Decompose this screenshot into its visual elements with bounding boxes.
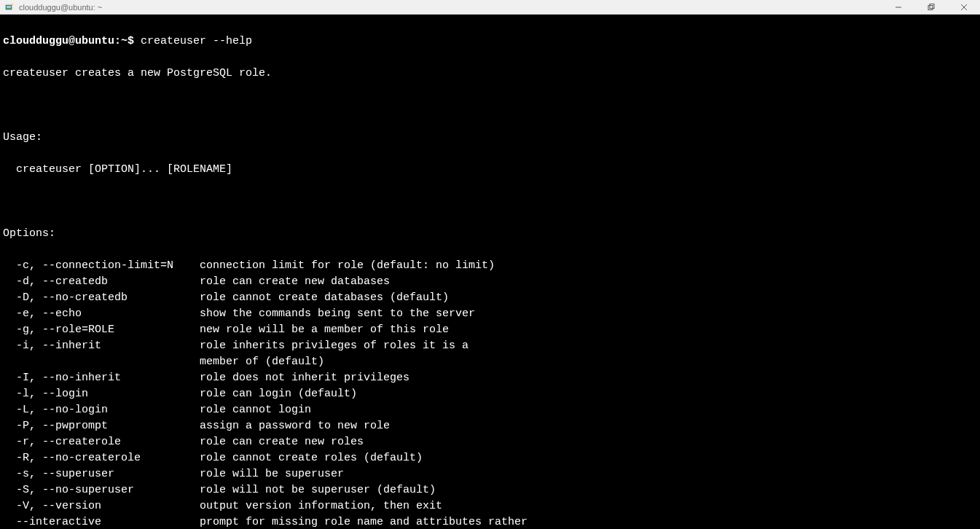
option-row: --interactive prompt for missing role na… — [3, 514, 977, 529]
putty-icon — [4, 1, 16, 13]
prompt-symbol: $ — [128, 35, 134, 47]
window-controls — [882, 0, 980, 14]
option-row: -e, --echo show the commands being sent … — [3, 306, 977, 322]
terminal[interactable]: cloudduggu@ubuntu:~$ createuser --help c… — [0, 15, 980, 529]
option-row: -l, --login role can login (default) — [3, 386, 977, 402]
prompt-command: createuser --help — [141, 35, 252, 47]
option-row: -L, --no-login role cannot login — [3, 402, 977, 418]
option-row: -S, --no-superuser role will not be supe… — [3, 482, 977, 498]
option-row: -g, --role=ROLE new role will be a membe… — [3, 322, 977, 338]
options-list: -c, --connection-limit=N connection limi… — [3, 258, 977, 529]
option-row: member of (default) — [3, 354, 977, 370]
option-row: -P, --pwprompt assign a password to new … — [3, 418, 977, 434]
option-row: -D, --no-createdb role cannot create dat… — [3, 290, 977, 306]
options-label: Options: — [3, 226, 977, 242]
option-row: -s, --superuser role will be superuser — [3, 466, 977, 482]
option-row: -d, --createdb role can create new datab… — [3, 274, 977, 290]
output-intro: createuser creates a new PostgreSQL role… — [3, 66, 977, 82]
svg-rect-1 — [7, 6, 11, 8]
option-row: -R, --no-createrole role cannot create r… — [3, 450, 977, 466]
option-row: -I, --no-inherit role does not inherit p… — [3, 370, 977, 386]
blank-line — [3, 194, 977, 210]
prompt-line: cloudduggu@ubuntu:~$ createuser --help — [3, 34, 977, 50]
option-row: -c, --connection-limit=N connection limi… — [3, 258, 977, 274]
titlebar: cloudduggu@ubuntu: ~ — [0, 0, 980, 15]
window-title: cloudduggu@ubuntu: ~ — [19, 3, 102, 12]
prompt-user-host: cloudduggu@ubuntu — [3, 35, 114, 47]
svg-rect-4 — [928, 5, 933, 9]
usage-label: Usage: — [3, 130, 977, 146]
option-row: -i, --inherit role inherits privileges o… — [3, 338, 977, 354]
usage-line: createuser [OPTION]... [ROLENAME] — [3, 162, 977, 178]
maximize-button[interactable] — [914, 0, 947, 14]
option-row: -V, --version output version information… — [3, 498, 977, 514]
option-row: -r, --createrole role can create new rol… — [3, 434, 977, 450]
blank-line — [3, 98, 977, 114]
prompt-path: :~ — [114, 35, 128, 47]
minimize-button[interactable] — [882, 0, 914, 14]
svg-rect-5 — [930, 4, 934, 8]
close-button[interactable] — [947, 0, 980, 14]
